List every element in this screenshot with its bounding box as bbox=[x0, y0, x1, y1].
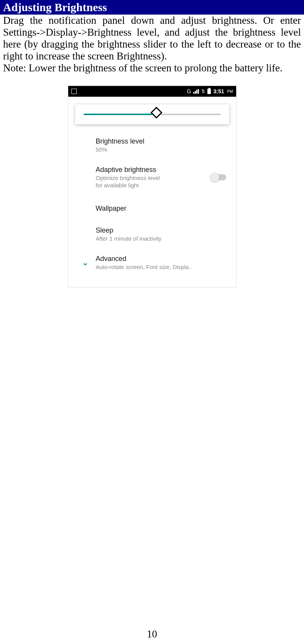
gallery-icon bbox=[71, 89, 77, 94]
body-text-2: Note: Lower the brightness of the screen… bbox=[3, 62, 283, 74]
signal-icon bbox=[193, 89, 199, 94]
row-content: Sleep After 1 minute of inactivity bbox=[96, 226, 229, 242]
setting-sleep[interactable]: Sleep After 1 minute of inactivity bbox=[68, 221, 236, 247]
row-content: Brightness level 50% bbox=[96, 137, 229, 153]
advanced-title: Advanced bbox=[96, 255, 229, 263]
setting-advanced[interactable]: ⌄ Advanced Auto-rotate screen, Font size… bbox=[68, 247, 236, 276]
brightness-slider[interactable] bbox=[84, 114, 221, 115]
adaptive-brightness-title: Adaptive brightness bbox=[96, 166, 208, 174]
row-action bbox=[208, 166, 229, 188]
brightness-level-value: 50% bbox=[96, 146, 229, 153]
adaptive-brightness-sub1: Optimize brightness level bbox=[96, 175, 208, 181]
row-content: Adaptive brightness Optimize brightness … bbox=[96, 166, 208, 188]
setting-brightness-level[interactable]: Brightness level 50% bbox=[68, 132, 236, 158]
row-content: Wallpaper bbox=[96, 205, 229, 213]
settings-list: Brightness level 50% Adaptive brightness… bbox=[68, 130, 236, 287]
section-title: Adjusting Brightness bbox=[3, 1, 107, 13]
status-time: 3:51 bbox=[213, 88, 224, 94]
body-paragraph-2: Note: Lower the brightness of the screen… bbox=[0, 62, 304, 74]
body-text-1: Drag the notification panel down and adj… bbox=[3, 15, 301, 62]
battery-icon bbox=[207, 89, 211, 94]
section-header: Adjusting Brightness bbox=[0, 0, 304, 15]
toggle-knob bbox=[210, 173, 219, 182]
brightness-slider-card bbox=[75, 104, 229, 124]
sleep-title: Sleep bbox=[96, 226, 229, 234]
brightness-slider-fill bbox=[84, 114, 152, 115]
brightness-level-title: Brightness level bbox=[96, 137, 229, 145]
status-bar: G ⇅ 3:51PM bbox=[68, 86, 236, 97]
row-icon-slot bbox=[75, 166, 96, 188]
wallpaper-title: Wallpaper bbox=[96, 205, 229, 213]
adaptive-brightness-sub2: for available light bbox=[96, 182, 208, 188]
advanced-sub: Auto-rotate screen, Font size, Displa.. bbox=[96, 264, 229, 270]
brightness-slider-thumb[interactable] bbox=[150, 107, 162, 119]
row-icon-slot: ⌄ bbox=[75, 255, 96, 270]
setting-wallpaper[interactable]: Wallpaper bbox=[68, 196, 236, 221]
adaptive-brightness-toggle[interactable] bbox=[211, 174, 226, 180]
data-icon: ⇅ bbox=[201, 89, 205, 94]
row-content: Advanced Auto-rotate screen, Font size, … bbox=[96, 255, 229, 270]
row-icon-slot bbox=[75, 137, 96, 153]
sleep-sub: After 1 minute of inactivity bbox=[96, 235, 229, 242]
setting-adaptive-brightness[interactable]: Adaptive brightness Optimize brightness … bbox=[68, 158, 236, 196]
row-icon-slot bbox=[75, 205, 96, 213]
network-type-label: G bbox=[187, 88, 191, 94]
chevron-down-icon: ⌄ bbox=[82, 258, 89, 267]
phone-frame: G ⇅ 3:51PM Brightness level 50% bbox=[68, 86, 237, 287]
status-right: G ⇅ 3:51PM bbox=[187, 88, 233, 94]
phone-screenshot: G ⇅ 3:51PM Brightness level 50% bbox=[0, 86, 304, 287]
page-number: 10 bbox=[0, 628, 304, 640]
status-left bbox=[71, 89, 77, 94]
body-paragraph-1: Drag the notification panel down and adj… bbox=[0, 15, 304, 62]
status-ampm: PM bbox=[227, 89, 233, 94]
page-number-value: 10 bbox=[147, 628, 157, 640]
row-icon-slot bbox=[75, 226, 96, 242]
